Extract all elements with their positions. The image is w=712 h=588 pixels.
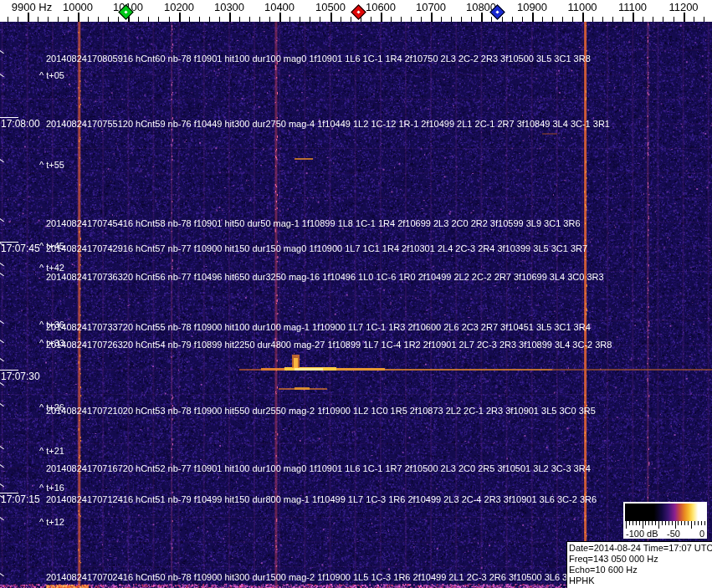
freq-tick-label: 9900 Hz [12,1,52,13]
db-ruler-tick [675,521,676,529]
spectrogram-canvas [0,22,712,588]
db-ruler-tick [678,521,679,525]
freq-tick [694,17,694,22]
freq-tick [300,17,300,22]
freq-tick [481,13,483,22]
db-ruler-tick [639,521,640,525]
db-ruler-tick [691,521,692,529]
freq-tick [269,17,270,22]
freq-tick [612,17,613,22]
info-line-echo: Echo=10 600 Hz [569,565,712,575]
freq-tick [88,17,89,22]
freq-tick [138,17,139,22]
freq-tick [320,17,320,22]
frequency-axis: 9900 Hz100001010010200103001040010500106… [0,0,712,22]
db-ruler-tick [629,521,630,525]
spectrogram-window: 9900 Hz100001010010200103001040010500106… [0,0,712,588]
freq-tick-label: 10600 [366,1,396,13]
info-line-station: HPHK [569,575,712,586]
db-ruler-tick [655,521,656,525]
freq-tick [68,17,69,22]
freq-tick [582,13,584,22]
freq-tick [229,13,231,22]
db-ruler-tick [633,521,633,525]
freq-tick [249,17,250,22]
freq-tick [219,17,220,22]
freq-tick-label: 10400 [264,1,295,13]
db-ruler-tick [662,521,663,525]
marker-core-dot [124,10,127,13]
db-scale-labels: -100 dB -50 0 [623,529,707,539]
freq-tick [471,17,472,22]
freq-tick [431,13,433,22]
freq-tick [118,17,119,22]
freq-tick-label: 10200 [164,1,194,13]
freq-tick [158,17,159,22]
freq-tick [58,17,59,22]
freq-tick-label: 11100 [618,1,647,13]
freq-tick [8,17,8,22]
freq-tick [289,17,290,22]
freq-tick [371,17,371,22]
freq-tick-label: 10300 [214,1,244,13]
db-ruler-tick [681,521,682,525]
freq-tick [78,13,79,22]
freq-tick [674,17,674,22]
freq-tick [351,17,351,22]
freq-tick [28,13,29,22]
freq-tick [653,17,653,22]
db-ruler-tick [672,521,673,525]
freq-tick [542,17,543,22]
freq-tick [461,17,462,22]
info-box: Date=2014-08-24 Time=17:07 UTC Freq=143 … [566,541,712,588]
freq-tick [592,17,593,22]
freq-tick-label: 10900 [517,1,547,13]
freq-tick [491,17,492,22]
db-color-scale: -100 dB -50 0 [623,502,707,539]
db-label-mid: -50 [667,529,680,539]
freq-tick [310,17,310,22]
freq-tick-label: 11200 [668,1,698,13]
freq-tick-label: 11000 [567,1,597,13]
db-label-max: 0 [699,529,704,539]
db-ruler-tick [643,521,643,529]
freq-tick [451,17,452,22]
freq-tick [148,17,149,22]
marker-core-dot [356,10,360,13]
freq-tick [522,17,523,22]
info-line-freq: Freq=143 050 000 Hz [569,554,712,565]
freq-tick [684,13,685,22]
freq-tick [199,17,200,22]
db-ruler-tick [684,521,685,525]
freq-tick-label: 10000 [63,1,93,13]
freq-tick [602,17,603,22]
freq-tick [704,17,704,22]
db-ruler-tick [652,521,653,525]
db-ruler-tick [698,521,699,525]
db-ruler-tick [648,521,649,525]
db-ruler-tick [645,521,646,525]
freq-tick [441,17,442,22]
freq-tick [572,17,573,22]
db-ruler-tick [701,521,702,525]
db-ruler [625,521,705,529]
freq-tick [411,17,412,22]
db-ruler-tick [658,521,659,529]
freq-tick [381,13,382,22]
freq-tick [532,13,534,22]
freq-tick [38,17,38,22]
freq-tick [622,17,623,22]
db-ruler-tick [636,521,637,525]
db-ruler-tick [694,521,695,525]
freq-tick [98,17,99,22]
freq-tick [48,17,49,22]
freq-tick [108,17,109,22]
db-ruler-tick [626,521,627,529]
marker-core-dot [496,10,499,13]
freq-tick [552,17,553,22]
freq-tick [512,17,513,22]
db-label-min: -100 dB [626,529,658,539]
freq-tick [663,17,663,22]
freq-tick-label: 10500 [315,1,346,13]
db-ruler-tick [668,521,669,525]
